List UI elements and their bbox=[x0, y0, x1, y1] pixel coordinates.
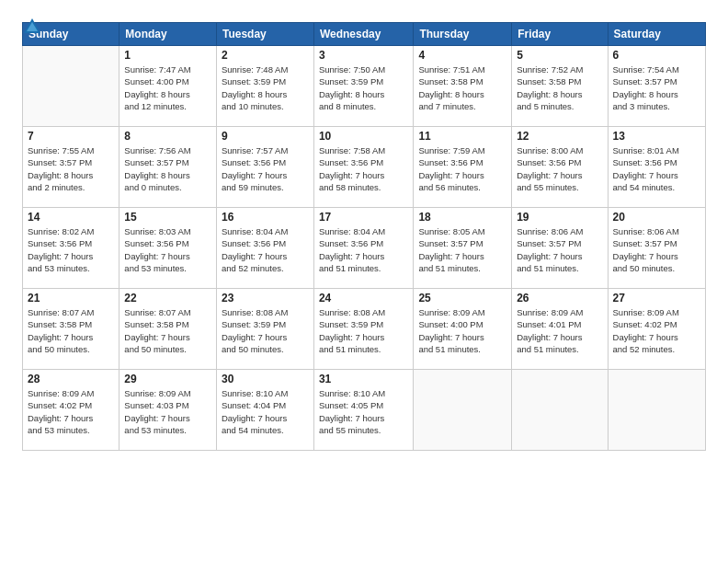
logo bbox=[22, 17, 46, 37]
day-number: 29 bbox=[124, 373, 211, 385]
calendar-week-row: 1Sunrise: 7:47 AMSunset: 4:00 PMDaylight… bbox=[23, 46, 706, 127]
calendar-cell: 10Sunrise: 7:58 AMSunset: 3:56 PMDayligh… bbox=[313, 127, 413, 208]
page: SundayMondayTuesdayWednesdayThursdayFrid… bbox=[0, 0, 728, 563]
calendar-cell: 4Sunrise: 7:51 AMSunset: 3:58 PMDaylight… bbox=[414, 46, 512, 127]
day-info: Sunrise: 8:04 AMSunset: 3:56 PMDaylight:… bbox=[222, 225, 309, 274]
day-number: 25 bbox=[418, 292, 506, 304]
day-number: 28 bbox=[28, 373, 114, 385]
day-info: Sunrise: 7:52 AMSunset: 3:58 PMDaylight:… bbox=[517, 63, 602, 112]
calendar-cell: 21Sunrise: 8:07 AMSunset: 3:58 PMDayligh… bbox=[23, 289, 119, 370]
calendar-cell: 30Sunrise: 8:10 AMSunset: 4:04 PMDayligh… bbox=[216, 370, 313, 451]
calendar-body: 1Sunrise: 7:47 AMSunset: 4:00 PMDaylight… bbox=[23, 46, 706, 451]
calendar-cell: 23Sunrise: 8:08 AMSunset: 3:59 PMDayligh… bbox=[216, 289, 313, 370]
calendar-cell: 14Sunrise: 8:02 AMSunset: 3:56 PMDayligh… bbox=[23, 208, 119, 289]
day-number: 19 bbox=[517, 211, 602, 224]
calendar-cell: 25Sunrise: 8:09 AMSunset: 4:00 PMDayligh… bbox=[414, 289, 512, 370]
day-info: Sunrise: 8:07 AMSunset: 3:58 PMDaylight:… bbox=[28, 306, 114, 355]
day-number: 7 bbox=[28, 130, 114, 143]
day-number: 20 bbox=[613, 211, 700, 224]
day-info: Sunrise: 8:06 AMSunset: 3:57 PMDaylight:… bbox=[613, 225, 700, 274]
calendar-cell: 18Sunrise: 8:05 AMSunset: 3:57 PMDayligh… bbox=[414, 208, 512, 289]
calendar-cell: 5Sunrise: 7:52 AMSunset: 3:58 PMDaylight… bbox=[512, 46, 608, 127]
calendar-cell: 11Sunrise: 7:59 AMSunset: 3:56 PMDayligh… bbox=[414, 127, 512, 208]
logo-icon bbox=[22, 17, 42, 37]
day-number: 14 bbox=[28, 211, 114, 224]
calendar-cell: 15Sunrise: 8:03 AMSunset: 3:56 PMDayligh… bbox=[119, 208, 217, 289]
day-info: Sunrise: 7:47 AMSunset: 4:00 PMDaylight:… bbox=[124, 63, 211, 112]
calendar-cell: 20Sunrise: 8:06 AMSunset: 3:57 PMDayligh… bbox=[608, 208, 705, 289]
weekday-header: Monday bbox=[119, 23, 217, 46]
day-number: 23 bbox=[222, 292, 309, 304]
day-number: 17 bbox=[319, 211, 408, 224]
day-info: Sunrise: 8:00 AMSunset: 3:56 PMDaylight:… bbox=[517, 144, 602, 193]
day-info: Sunrise: 8:10 AMSunset: 4:04 PMDaylight:… bbox=[222, 387, 309, 436]
day-info: Sunrise: 8:09 AMSunset: 4:02 PMDaylight:… bbox=[28, 387, 114, 436]
calendar-cell: 19Sunrise: 8:06 AMSunset: 3:57 PMDayligh… bbox=[512, 208, 608, 289]
day-number: 1 bbox=[124, 49, 211, 62]
day-number: 10 bbox=[319, 130, 408, 143]
calendar-table: SundayMondayTuesdayWednesdayThursdayFrid… bbox=[22, 22, 706, 451]
day-info: Sunrise: 7:56 AMSunset: 3:57 PMDaylight:… bbox=[124, 144, 211, 193]
day-number: 22 bbox=[124, 292, 211, 304]
day-info: Sunrise: 8:09 AMSunset: 4:03 PMDaylight:… bbox=[124, 387, 211, 436]
day-info: Sunrise: 7:58 AMSunset: 3:56 PMDaylight:… bbox=[319, 144, 408, 193]
day-info: Sunrise: 8:01 AMSunset: 3:56 PMDaylight:… bbox=[613, 144, 700, 193]
day-info: Sunrise: 8:08 AMSunset: 3:59 PMDaylight:… bbox=[222, 306, 309, 355]
calendar-cell: 1Sunrise: 7:47 AMSunset: 4:00 PMDaylight… bbox=[119, 46, 217, 127]
calendar-cell: 29Sunrise: 8:09 AMSunset: 4:03 PMDayligh… bbox=[119, 370, 217, 451]
calendar-week-row: 14Sunrise: 8:02 AMSunset: 3:56 PMDayligh… bbox=[23, 208, 706, 289]
calendar-cell: 17Sunrise: 8:04 AMSunset: 3:56 PMDayligh… bbox=[313, 208, 413, 289]
calendar-cell: 13Sunrise: 8:01 AMSunset: 3:56 PMDayligh… bbox=[608, 127, 705, 208]
day-info: Sunrise: 7:51 AMSunset: 3:58 PMDaylight:… bbox=[418, 63, 506, 112]
day-info: Sunrise: 7:59 AMSunset: 3:56 PMDaylight:… bbox=[418, 144, 506, 193]
day-number: 8 bbox=[124, 130, 211, 143]
day-number: 21 bbox=[28, 292, 114, 304]
calendar-cell: 8Sunrise: 7:56 AMSunset: 3:57 PMDaylight… bbox=[119, 127, 217, 208]
calendar-week-row: 21Sunrise: 8:07 AMSunset: 3:58 PMDayligh… bbox=[23, 289, 706, 370]
calendar-cell: 31Sunrise: 8:10 AMSunset: 4:05 PMDayligh… bbox=[313, 370, 413, 451]
day-info: Sunrise: 7:54 AMSunset: 3:57 PMDaylight:… bbox=[613, 63, 700, 112]
calendar-week-row: 28Sunrise: 8:09 AMSunset: 4:02 PMDayligh… bbox=[23, 370, 706, 451]
calendar-cell: 2Sunrise: 7:48 AMSunset: 3:59 PMDaylight… bbox=[216, 46, 313, 127]
calendar-header-row: SundayMondayTuesdayWednesdayThursdayFrid… bbox=[23, 23, 706, 46]
calendar-cell: 28Sunrise: 8:09 AMSunset: 4:02 PMDayligh… bbox=[23, 370, 119, 451]
weekday-header: Wednesday bbox=[313, 23, 413, 46]
day-number: 18 bbox=[418, 211, 506, 224]
day-info: Sunrise: 8:06 AMSunset: 3:57 PMDaylight:… bbox=[517, 225, 602, 274]
day-number: 13 bbox=[613, 130, 700, 143]
day-number: 26 bbox=[517, 292, 602, 304]
day-number: 12 bbox=[517, 130, 602, 143]
day-number: 16 bbox=[222, 211, 309, 224]
day-number: 11 bbox=[418, 130, 506, 143]
day-number: 27 bbox=[613, 292, 700, 304]
day-info: Sunrise: 7:48 AMSunset: 3:59 PMDaylight:… bbox=[222, 63, 309, 112]
calendar-cell: 26Sunrise: 8:09 AMSunset: 4:01 PMDayligh… bbox=[512, 289, 608, 370]
day-info: Sunrise: 8:09 AMSunset: 4:01 PMDaylight:… bbox=[517, 306, 602, 355]
day-info: Sunrise: 8:07 AMSunset: 3:58 PMDaylight:… bbox=[124, 306, 211, 355]
weekday-header: Friday bbox=[512, 23, 608, 46]
day-number: 5 bbox=[517, 49, 602, 62]
calendar-cell: 6Sunrise: 7:54 AMSunset: 3:57 PMDaylight… bbox=[608, 46, 705, 127]
day-info: Sunrise: 8:09 AMSunset: 4:00 PMDaylight:… bbox=[418, 306, 506, 355]
weekday-header: Thursday bbox=[414, 23, 512, 46]
day-info: Sunrise: 7:50 AMSunset: 3:59 PMDaylight:… bbox=[319, 63, 408, 112]
day-info: Sunrise: 8:05 AMSunset: 3:57 PMDaylight:… bbox=[418, 225, 506, 274]
day-info: Sunrise: 8:04 AMSunset: 3:56 PMDaylight:… bbox=[319, 225, 408, 274]
calendar-cell: 9Sunrise: 7:57 AMSunset: 3:56 PMDaylight… bbox=[216, 127, 313, 208]
calendar-cell: 7Sunrise: 7:55 AMSunset: 3:57 PMDaylight… bbox=[23, 127, 119, 208]
calendar-cell bbox=[414, 370, 512, 451]
day-number: 15 bbox=[124, 211, 211, 224]
day-info: Sunrise: 8:02 AMSunset: 3:56 PMDaylight:… bbox=[28, 225, 114, 274]
calendar-cell: 24Sunrise: 8:08 AMSunset: 3:59 PMDayligh… bbox=[313, 289, 413, 370]
day-number: 30 bbox=[222, 373, 309, 385]
calendar-cell: 22Sunrise: 8:07 AMSunset: 3:58 PMDayligh… bbox=[119, 289, 217, 370]
calendar-cell bbox=[23, 46, 119, 127]
day-info: Sunrise: 7:57 AMSunset: 3:56 PMDaylight:… bbox=[222, 144, 309, 193]
calendar-cell: 3Sunrise: 7:50 AMSunset: 3:59 PMDaylight… bbox=[313, 46, 413, 127]
day-info: Sunrise: 8:08 AMSunset: 3:59 PMDaylight:… bbox=[319, 306, 408, 355]
weekday-header: Tuesday bbox=[216, 23, 313, 46]
day-number: 3 bbox=[319, 49, 408, 62]
day-number: 24 bbox=[319, 292, 408, 304]
day-info: Sunrise: 7:55 AMSunset: 3:57 PMDaylight:… bbox=[28, 144, 114, 193]
calendar-cell bbox=[608, 370, 705, 451]
